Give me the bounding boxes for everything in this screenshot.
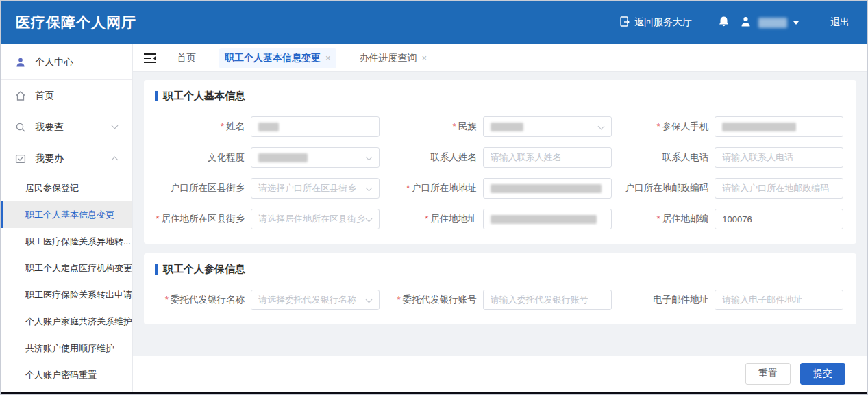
- select-field[interactable]: 请选择委托代发银行名称: [251, 290, 380, 310]
- form-field: *委托代发银行名称请选择委托代发银行名称: [155, 290, 382, 310]
- field-placeholder: 请输入电子邮件地址: [722, 294, 802, 306]
- submit-button[interactable]: 提交: [800, 363, 845, 385]
- field-label: *委托代发银行账号: [387, 294, 483, 306]
- form-field: *居住地地址: [387, 209, 614, 229]
- field-label: 联系人电话: [619, 151, 715, 164]
- sidebar-submenu-item[interactable]: 职工个人基本信息变更: [1, 201, 132, 228]
- required-asterisk: *: [657, 121, 660, 131]
- app-window: 医疗保障个人网厅 返回服务大厅 退出: [0, 0, 868, 395]
- field-placeholder: 请选择居住地所在区县街乡: [258, 213, 365, 225]
- sidebar-item-handle[interactable]: 我要办: [1, 143, 132, 175]
- username-redacted: [758, 18, 787, 28]
- field-label: *委托代发银行名称: [155, 294, 251, 306]
- input-field[interactable]: 请输入联系人电话: [715, 147, 843, 168]
- sidebar-item-query[interactable]: 我要查: [1, 112, 132, 143]
- form-field: *委托代发银行账号请输入委托代发银行账号: [387, 290, 614, 310]
- redacted-value: [258, 123, 279, 131]
- tab[interactable]: 职工个人基本信息变更×: [219, 48, 336, 68]
- section-title: 职工个人参保信息: [155, 263, 845, 276]
- search-icon: [14, 122, 26, 133]
- reset-button[interactable]: 重置: [745, 363, 791, 385]
- field-label: 联系人姓名: [387, 151, 483, 164]
- input-field[interactable]: 请输入联系人姓名: [483, 147, 612, 168]
- sidebar-submenu-item[interactable]: 职工个人定点医疗机构变更: [1, 255, 132, 281]
- insurance-info-fields: *委托代发银行名称请选择委托代发银行名称*委托代发银行账号请输入委托代发银行账号…: [155, 290, 845, 320]
- field-placeholder: 请输入联系人电话: [722, 151, 793, 164]
- user-icon: [14, 56, 26, 68]
- content: 职工个人基本信息 *姓名*民族*参保人手机文化程度联系人姓名请输入联系人姓名联系…: [133, 72, 867, 394]
- redacted-value: [491, 184, 602, 193]
- tab-label: 办件进度查询: [360, 52, 417, 64]
- sidebar-submenu-item[interactable]: 职工医疗保险关系转出申请: [1, 281, 132, 308]
- app-title: 医疗保障个人网厅: [1, 13, 136, 32]
- sidebar-item-label: 我要办: [35, 153, 64, 165]
- sidebar-item-label: 我要查: [35, 121, 64, 133]
- form-field: *户口所在地地址: [387, 178, 614, 199]
- sidebar-submenu: 居民参保登记职工个人基本信息变更职工医疗保险关系异地转...职工个人定点医疗机构…: [1, 175, 132, 388]
- tab-close-icon[interactable]: ×: [325, 53, 331, 62]
- chevron-down-icon: [112, 123, 119, 129]
- form-field: 户口所在地邮政编码请输入户口所在地邮政编码: [619, 178, 845, 199]
- redacted-value: [258, 153, 308, 162]
- sidebar-item-home[interactable]: 首页: [1, 80, 132, 112]
- title-accent-bar: [155, 264, 158, 275]
- sidebar-item-label: 个人中心: [35, 56, 73, 68]
- sidebar-submenu-item[interactable]: 个人账户密码重置: [1, 361, 132, 388]
- field-label: 户口所在区县街乡: [155, 182, 251, 194]
- input-field[interactable]: 请输入委托代发银行账号: [483, 290, 612, 310]
- tab[interactable]: 办件进度查询×: [354, 48, 433, 68]
- input-field[interactable]: [483, 178, 612, 199]
- input-field[interactable]: [251, 116, 380, 137]
- field-label: *户口所在地地址: [387, 182, 483, 194]
- tab[interactable]: 首页: [171, 48, 201, 68]
- logout-button[interactable]: 退出: [830, 16, 850, 29]
- sidebar-submenu-item[interactable]: 职工医疗保险关系异地转...: [1, 228, 132, 255]
- required-asterisk: *: [156, 214, 159, 224]
- field-placeholder: 请选择委托代发银行名称: [258, 294, 356, 306]
- form-field: 文化程度: [155, 147, 382, 168]
- home-icon: [14, 90, 26, 102]
- field-label: *参保人手机: [619, 120, 715, 133]
- form-field: 电子邮件地址请输入电子邮件地址: [619, 290, 845, 310]
- select-field[interactable]: 请选择户口所在区县街乡: [251, 178, 380, 199]
- todo-icon: [14, 153, 26, 165]
- required-asterisk: *: [397, 294, 400, 305]
- field-label: *居住地邮编: [619, 213, 715, 225]
- sidebar: 个人中心 首页 我要查 我要办 居民参保登记职工个人基本信息变更职工医疗保险关系…: [1, 44, 133, 394]
- return-hall-label: 返回服务大厅: [634, 16, 692, 29]
- redacted-value: [722, 123, 796, 131]
- sidebar-item-personal-center[interactable]: 个人中心: [1, 44, 132, 80]
- input-field[interactable]: 请输入户口所在地邮政编码: [715, 178, 843, 199]
- form-field: *参保人手机: [619, 116, 845, 137]
- return-hall-button[interactable]: 返回服务大厅: [620, 16, 692, 29]
- select-chevron-icon: [366, 185, 373, 192]
- tab-close-icon[interactable]: ×: [422, 53, 427, 62]
- form-field: *居住地邮编100076: [619, 209, 845, 229]
- sidebar-submenu-item[interactable]: 个人账户家庭共济关系维护: [1, 308, 132, 335]
- field-label: *民族: [387, 120, 483, 133]
- input-field[interactable]: [483, 209, 612, 229]
- field-placeholder: 请输入联系人姓名: [491, 151, 562, 164]
- user-menu-caret-icon[interactable]: [793, 21, 799, 25]
- title-accent-bar: [155, 91, 158, 101]
- select-field[interactable]: [251, 147, 380, 168]
- basic-info-card: 职工个人基本信息 *姓名*民族*参保人手机文化程度联系人姓名请输入联系人姓名联系…: [144, 80, 856, 244]
- required-asterisk: *: [657, 214, 660, 224]
- select-field[interactable]: [483, 116, 612, 137]
- input-field[interactable]: [715, 116, 843, 137]
- main-area: 首页职工个人基本信息变更×办件进度查询× 职工个人基本信息 *姓名*民族*参保人…: [133, 44, 867, 394]
- sidebar-submenu-item[interactable]: 共济账户使用顺序维护: [1, 335, 132, 361]
- user-avatar-icon[interactable]: [740, 16, 752, 29]
- field-label: 电子邮件地址: [619, 294, 715, 306]
- field-label: *姓名: [155, 120, 251, 133]
- select-field[interactable]: 请选择居住地所在区县街乡: [251, 209, 380, 229]
- tab-bar: 首页职工个人基本信息变更×办件进度查询×: [133, 44, 867, 72]
- menu-fold-icon[interactable]: [144, 53, 156, 63]
- input-field[interactable]: 请输入电子邮件地址: [715, 290, 843, 310]
- form-field: 联系人姓名请输入联系人姓名: [387, 147, 614, 168]
- basic-info-fields: *姓名*民族*参保人手机文化程度联系人姓名请输入联系人姓名联系人电话请输入联系人…: [155, 116, 845, 240]
- notification-bell-icon[interactable]: [718, 16, 730, 30]
- field-value: 100076: [722, 214, 752, 225]
- input-field[interactable]: 100076: [715, 209, 843, 229]
- sidebar-submenu-item[interactable]: 居民参保登记: [1, 175, 132, 201]
